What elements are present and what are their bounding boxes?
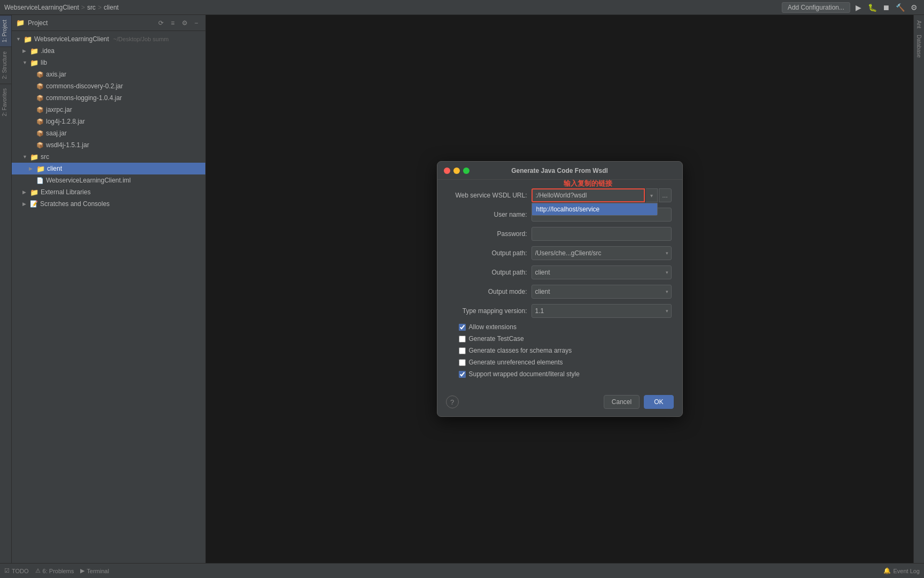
gear-icon[interactable]: ⚙ — [180, 18, 189, 28]
maximize-button[interactable] — [463, 168, 469, 174]
generate-schema-checkbox[interactable] — [459, 347, 466, 354]
build-button[interactable]: 🔨 — [894, 2, 906, 13]
log4j-icon: 📦 — [36, 118, 44, 125]
type-mapping-select[interactable]: 1.1 — [532, 304, 672, 318]
root-label: WebserviceLearningClient — [34, 35, 109, 43]
generate-testcase-checkbox[interactable] — [459, 336, 466, 343]
panel-header: 📁 Project ⟳ ≡ ⚙ − — [12, 15, 205, 31]
output-path2-wrapper: client ▾ — [532, 265, 672, 279]
checkbox-generate-unreferenced: Generate unreferenced elements — [448, 359, 672, 366]
wsdl-dropdown-button[interactable]: ▾ — [646, 188, 658, 202]
wsdl-autocomplete-item[interactable]: http://localhost/service — [532, 203, 657, 215]
event-log-label: Event Log — [893, 568, 920, 574]
close-button[interactable] — [444, 168, 450, 174]
tree-scratches[interactable]: ▶ 📝 Scratches and Consoles — [12, 198, 205, 210]
tree-commons-discovery[interactable]: 📦 commons-discovery-0.2.jar — [12, 80, 205, 92]
commons-logging-label: commons-logging-1.0.4.jar — [46, 94, 122, 102]
ant-tab[interactable]: Ant — [915, 17, 923, 32]
breadcrumb-project[interactable]: WebserviceLearningClient — [4, 4, 79, 11]
saaj-label: saaj.jar — [46, 130, 67, 137]
collapse-icon[interactable]: ≡ — [168, 18, 178, 28]
tree-jaxrpc[interactable]: 📦 jaxrpc.jar — [12, 104, 205, 116]
wsdl-url-input[interactable] — [532, 188, 645, 202]
problems-item[interactable]: ⚠ 6: Problems — [35, 567, 74, 574]
breadcrumb-sep1: > — [81, 4, 85, 11]
support-wrapped-checkbox[interactable] — [459, 371, 466, 378]
terminal-label: Terminal — [87, 568, 109, 574]
settings-button[interactable]: ⚙ — [908, 2, 920, 13]
wsdl4j-label: wsdl4j-1.5.1.jar — [46, 141, 89, 149]
support-wrapped-label: Support wrapped document/literal style — [469, 370, 580, 378]
wsdl-browse-button[interactable]: … — [659, 188, 672, 202]
output-path1-select[interactable]: /Users/che...gClient/src — [532, 246, 672, 260]
client-chevron: ▶ — [29, 166, 34, 171]
output-mode-wrapper: client ▾ — [532, 285, 672, 299]
dialog-footer: ? Cancel OK — [437, 391, 682, 416]
idea-icon: 📁 — [30, 47, 38, 55]
event-log-icon: 🔔 — [883, 567, 891, 574]
run-button[interactable]: ▶ — [852, 2, 864, 13]
tree-iml[interactable]: 📄 WebserviceLearningClient.iml — [12, 174, 205, 186]
sync-icon[interactable]: ⟳ — [156, 18, 166, 28]
far-left-tabs: 1: Project 2: Structure 2: Favorites — [0, 15, 12, 563]
minimize-icon[interactable]: − — [191, 18, 201, 28]
debug-button[interactable]: 🐛 — [866, 2, 878, 13]
panel-title: Project — [28, 19, 153, 27]
password-input[interactable] — [532, 227, 672, 241]
add-config-button[interactable]: Add Configuration... — [782, 2, 850, 13]
allow-extensions-label: Allow extensions — [469, 323, 517, 331]
favorites-tab[interactable]: 2: Favorites — [0, 83, 11, 120]
output-path2-select[interactable]: client — [532, 265, 672, 279]
right-tabs: Ant Database — [913, 15, 924, 563]
commons-discovery-icon: 📦 — [36, 83, 44, 90]
scratch-chevron: ▶ — [22, 201, 28, 207]
src-icon: 📁 — [30, 153, 38, 161]
tree-wsdl4j[interactable]: 📦 wsdl4j-1.5.1.jar — [12, 139, 205, 151]
ext-libs-icon: 📁 — [30, 188, 38, 196]
tree-log4j[interactable]: 📦 log4j-1.2.8.jar — [12, 116, 205, 127]
generate-unreferenced-label: Generate unreferenced elements — [469, 359, 563, 366]
minimize-button[interactable] — [453, 168, 460, 174]
ext-chevron: ▶ — [22, 189, 28, 195]
help-button[interactable]: ? — [446, 396, 459, 408]
idea-chevron: ▶ — [22, 48, 28, 54]
tree-commons-logging[interactable]: 📦 commons-logging-1.0.4.jar — [12, 92, 205, 104]
bottom-bar: ☑ TODO ⚠ 6: Problems ▶ Terminal 🔔 Event … — [0, 563, 924, 578]
breadcrumb-client[interactable]: client — [104, 4, 119, 11]
tree-saaj[interactable]: 📦 saaj.jar — [12, 127, 205, 139]
tree-lib[interactable]: ▼ 📁 lib — [12, 57, 205, 69]
terminal-item[interactable]: ▶ Terminal — [80, 567, 109, 574]
generate-wsdl-dialog: Generate Java Code From Wsdl Web service… — [437, 161, 683, 417]
generate-schema-label: Generate classes for schema arrays — [469, 347, 572, 354]
database-tab[interactable]: Database — [915, 32, 923, 61]
tree-root[interactable]: ▼ 📁 WebserviceLearningClient ~/Desktop/J… — [12, 33, 205, 45]
file-tree: ▼ 📁 WebserviceLearningClient ~/Desktop/J… — [12, 31, 205, 563]
allow-extensions-checkbox[interactable] — [459, 324, 466, 331]
breadcrumb-sep2: > — [98, 4, 102, 11]
project-tab[interactable]: 1: Project — [0, 15, 11, 47]
type-mapping-label: Type mapping version: — [448, 307, 527, 315]
tree-client[interactable]: ▶ 📁 client — [12, 163, 205, 174]
stop-button[interactable]: ⏹ — [880, 2, 892, 13]
checkbox-generate-schema: Generate classes for schema arrays — [448, 347, 672, 354]
ok-button[interactable]: OK — [644, 395, 673, 409]
idea-label: .idea — [41, 47, 55, 55]
todo-item[interactable]: ☑ TODO — [4, 567, 29, 574]
breadcrumb-src[interactable]: src — [87, 4, 96, 11]
output-mode-select[interactable]: client — [532, 285, 672, 299]
tree-src[interactable]: ▼ 📁 src — [12, 151, 205, 163]
tree-axis[interactable]: 📦 axis.jar — [12, 69, 205, 80]
scratches-label: Scratches and Consoles — [40, 200, 110, 208]
event-log-item[interactable]: 🔔 Event Log — [883, 567, 920, 574]
output-path1-label: Output path: — [448, 249, 527, 257]
cancel-button[interactable]: Cancel — [604, 395, 640, 409]
tree-external-libs[interactable]: ▶ 📁 External Libraries — [12, 186, 205, 198]
lib-icon: 📁 — [30, 59, 38, 67]
tree-idea[interactable]: ▶ 📁 .idea — [12, 45, 205, 57]
breadcrumb: WebserviceLearningClient > src > client — [4, 4, 119, 11]
dialog-title: Generate Java Code From Wsdl — [511, 167, 608, 174]
generate-unreferenced-checkbox[interactable] — [459, 359, 466, 366]
src-label: src — [41, 153, 49, 161]
checkbox-support-wrapped: Support wrapped document/literal style — [448, 370, 672, 378]
structure-tab[interactable]: 2: Structure — [0, 47, 11, 83]
